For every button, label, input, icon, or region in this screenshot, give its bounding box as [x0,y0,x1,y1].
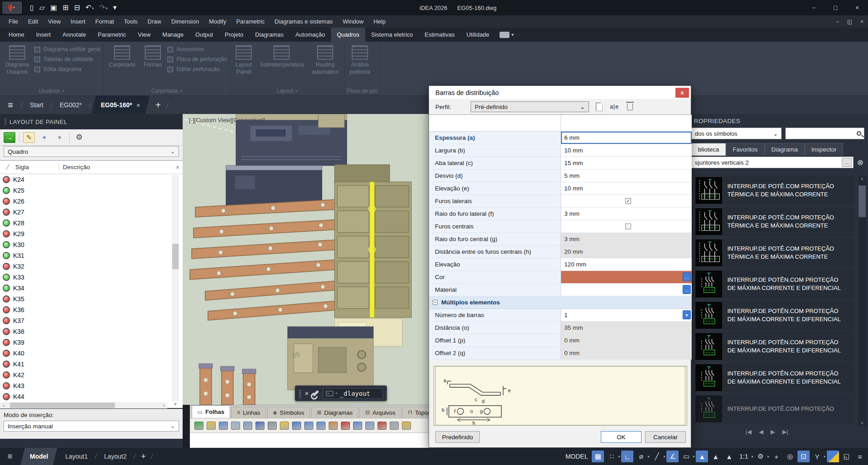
menu-item-file[interactable]: File [4,18,23,25]
first-page-icon[interactable]: |◀ [745,428,751,435]
table-row-k42[interactable]: K42 [0,370,168,380]
ribbon-tab-view[interactable]: View [132,28,156,42]
sheets-toolbar-icon[interactable] [268,422,277,430]
ribbon-tab-output[interactable]: Output [189,28,219,42]
property-value-cor[interactable]: … [561,271,692,283]
dialog-close-button[interactable]: x [675,88,689,98]
tab-linhas[interactable]: ≡Linhas [231,407,266,418]
ribbon-group-label-layout[interactable]: Layout▾ [233,86,341,96]
status-menu-icon[interactable]: ≡ [854,451,866,462]
tab-simbolos[interactable]: ◈Símbolos [267,407,310,418]
tab-folhas[interactable]: ▭Folhas [192,405,230,418]
ribbon-tab-annotate[interactable]: Annotate [57,28,92,42]
table-row-k32[interactable]: K32 [0,261,168,272]
table-vertical-scrollbar[interactable] [172,175,179,401]
plus-icon[interactable]: + [770,451,783,462]
property-row-desvio-d[interactable]: Desvio (d)5 mm [429,170,692,182]
ribbon-button-sobretemperatura[interactable]: Sobretemperatura [257,43,307,71]
ribbon-button-formas[interactable]: Formas [141,43,165,71]
property-row-furos-centrais[interactable]: Furos centrais [429,220,692,233]
sheets-toolbar-icon[interactable] [219,422,228,430]
search-advanced-icon[interactable]: ⌖ [54,132,66,143]
table-row-k34[interactable]: K34 [0,283,168,294]
library-item[interactable]: INTERRUP.DE POTÊN.COM PROTEÇÃODE MÁXIMA … [694,269,855,299]
graphics-performance-icon[interactable] [827,451,839,462]
panel-grip-icon[interactable] [5,119,6,125]
insertion-mode-select[interactable]: Inserção manual ⌄ [4,421,179,432]
table-row-k38[interactable]: K38 [0,326,168,337]
property-value-espessura-a[interactable]: 6 mm [561,132,692,144]
ribbon-button-diagrama-unifilar-geral[interactable]: Diagrama unifilar geral [34,46,100,52]
table-row-k40[interactable]: K40 [0,348,168,359]
close-icon[interactable]: × [137,102,140,109]
edit-layout-icon[interactable]: ✎ [23,132,35,143]
property-row-material[interactable]: Material… [429,284,692,296]
insert-run-button[interactable]: → [4,132,15,143]
table-horizontal-scrollbar[interactable]: ‹ › [0,402,167,408]
property-row-elevacao-e[interactable]: Elevação (e)10 mm [429,182,692,195]
drawing-menu-icon[interactable]: ≡ [0,96,21,114]
property-value-numero-de-barras[interactable]: 1▾ [561,309,692,321]
new-file-icon[interactable]: ▯ [28,3,36,12]
property-row-raio-do-furo-lateral-f[interactable]: Raio do furo lateral (f)3 mm [429,208,692,220]
menu-item-diagramas-e-sistemas[interactable]: Diagramas e sistemas [269,18,338,25]
sheets-toolbar-icon[interactable] [194,422,203,430]
table-row-k29[interactable]: K29 [0,228,168,239]
ok-button[interactable]: OK [601,431,642,443]
sheets-toolbar-icon[interactable] [377,422,387,430]
ribbon-button-analise-potencia[interactable]: Análisepotência [347,43,373,77]
quadro-select[interactable]: Quadro ⌄ [4,146,179,157]
maximize-icon[interactable]: □ [825,0,846,15]
ribbon-button-carpintaria[interactable]: Carpintaria [106,43,138,71]
tab-inspector[interactable]: Inspector [805,143,844,156]
ribbon-tab-estimativas[interactable]: Estimativas [419,28,460,42]
property-row-furos-laterais[interactable]: Furos laterais✓ [429,195,692,208]
isometric-drafting-icon[interactable]: ╱ [651,451,663,462]
library-item[interactable]: INTERRUP.DE POTÊ.COM PROTEÇÃOTÉRMICA E D… [694,238,855,268]
property-value-offset-1-p[interactable]: 0 mm [561,334,692,346]
sort-icon[interactable]: ╱ [0,164,15,170]
open-file-icon[interactable]: ▱ [38,3,47,12]
profile-select[interactable]: Pré-definido ⌄ [471,101,589,112]
ribbon-button-layout-painel[interactable]: LayoutPainel [233,43,255,77]
rename-profile-button[interactable]: a|e [609,101,620,112]
ribbon-tab-manage[interactable]: Manage [156,28,189,42]
menu-item-view[interactable]: View [43,18,66,25]
ribbon-tab-sistema-eletrico[interactable]: Sistema eletrico [365,28,419,42]
property-value-offset-2-q[interactable]: 0 mm [561,347,692,359]
property-value-distancia-entre-os-furos-centrais-h[interactable]: 20 mm [561,246,692,258]
status-hamburger-icon[interactable]: ≡ [0,452,20,461]
sheets-toolbar-icon[interactable] [402,422,411,430]
dropdown-button[interactable]: ▾ [683,310,691,319]
tab-blioteca[interactable]: blioteca [691,143,726,156]
table-row-k26[interactable]: K26 [0,196,168,207]
predefined-button[interactable]: Predefinido [435,431,480,443]
menu-item-tools[interactable]: Tools [119,18,142,25]
model-space-label[interactable]: MODEL [563,453,591,460]
property-value-raio-do-furo-lateral-f[interactable]: 3 mm [561,208,692,220]
property-row-raio-do-furo-central-g[interactable]: Raio do furo central (g)3 mm [429,233,692,246]
scroll-up-icon[interactable]: ∧ [173,164,183,170]
library-item[interactable]: INTERRUP.DE POTÊ.COM PROTEÇÃOTÉRMICA E D… [694,176,855,205]
library-item[interactable]: INTERRUP.DE POTÊN.COM PROTEÇÃODE MÁXIMA … [694,300,855,330]
scroll-down-icon[interactable]: ∨ [861,421,864,425]
sheets-toolbar-icon[interactable] [231,422,240,430]
drawing-tab-eg002[interactable]: EG002* [52,96,89,114]
ribbon-button-diagrama-usuarios[interactable]: DiagramaUsuarios [3,43,32,77]
property-value-largura-b[interactable]: 10 mm [561,144,692,157]
table-row-k25[interactable]: K25 [0,185,168,196]
library-search-input[interactable]: sjuntores verticais 2 … [691,157,854,168]
tab-diagrama[interactable]: Diagrama [764,143,805,156]
property-row-offset-2-q[interactable]: Offset 2 (q)0 mm [429,347,692,360]
command-input[interactable]: >_ ▾ _dlayout [323,388,383,399]
checkbox-icon[interactable] [625,223,631,229]
close-icon[interactable]: × [305,389,309,397]
settings-gear-icon[interactable]: ⚙ [755,451,767,462]
viewport-controls-label[interactable]: [-][Custom View][Conceptual] [189,117,265,123]
property-value-furos-laterais[interactable]: ✓ [561,195,692,207]
qat-customize-icon[interactable]: ▾ [111,3,118,12]
table-row-k30[interactable]: K30 [0,239,168,250]
osnap-icon[interactable]: ▲ [696,451,708,462]
property-value-elevacao[interactable]: 120 mm [561,258,692,270]
sheets-toolbar-icon[interactable] [329,422,338,430]
